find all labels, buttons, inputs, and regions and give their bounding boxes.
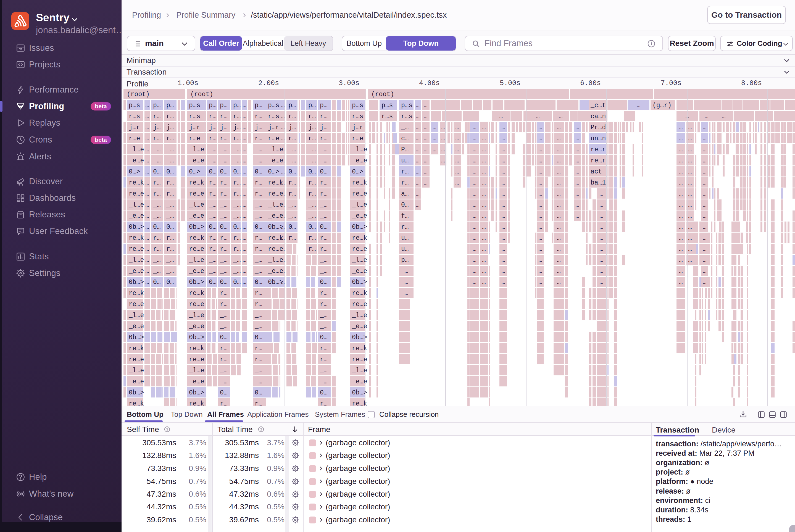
svg-text:_…: _…: [233, 201, 241, 209]
svg-text:…: …: [145, 190, 149, 197]
svg-text:_…: _…: [254, 256, 262, 264]
svg-text:…: …: [145, 246, 149, 253]
svg-text:…: …: [482, 256, 486, 264]
svg-text:r…e: r…e: [268, 135, 279, 142]
svg-text:…: …: [473, 246, 476, 253]
svg-text:Pr…d: Pr…d: [591, 124, 606, 131]
svg-text:_e…e: _e…e: [189, 323, 204, 330]
svg-text:re…k: re…k: [129, 400, 144, 406]
svg-text:…: …: [455, 135, 459, 142]
svg-text:r…: r…: [320, 400, 328, 406]
svg-text:0b…>: 0b…>: [129, 224, 144, 231]
svg-text:re…e: re…e: [129, 246, 144, 253]
svg-text:re…e: re…e: [129, 301, 144, 308]
svg-text:_…: _…: [254, 378, 262, 385]
svg-text:…: …: [145, 179, 149, 187]
svg-text:_…: _…: [153, 157, 161, 164]
svg-text:0…: 0…: [209, 279, 216, 286]
svg-text:0…: 0…: [320, 389, 328, 396]
svg-text:…: …: [243, 190, 246, 197]
svg-text:p…s: p…s: [352, 102, 363, 109]
svg-text:…: …: [473, 224, 476, 231]
svg-text:…: …: [679, 168, 683, 175]
svg-text:re…k: re…k: [352, 400, 367, 406]
svg-text:…: …: [538, 201, 542, 209]
svg-text:…: …: [145, 224, 149, 231]
svg-text:r…: r…: [153, 190, 161, 197]
svg-text:re…k: re…k: [352, 179, 367, 187]
svg-text:0…: 0…: [233, 279, 241, 286]
svg-text:j…: j…: [288, 124, 296, 131]
svg-text:0…: 0…: [166, 279, 174, 286]
svg-text:…: …: [688, 168, 692, 175]
svg-text:…: …: [281, 179, 285, 187]
svg-text:r…: r…: [320, 179, 328, 187]
svg-text:_…: _…: [308, 146, 316, 153]
svg-text:_…: _…: [254, 146, 262, 153]
svg-text:…: …: [482, 246, 486, 253]
svg-text:j…: j…: [308, 124, 316, 131]
svg-text:0…>: 0…>: [352, 168, 363, 175]
svg-text:j…: j…: [209, 124, 216, 131]
svg-text:…: …: [281, 279, 285, 286]
svg-text:re…k: re…k: [189, 345, 204, 352]
svg-text:0b…>: 0b…>: [129, 279, 144, 286]
svg-text:re…k: re…k: [129, 179, 144, 187]
svg-text:0…: 0…: [255, 224, 262, 231]
svg-text:…: …: [473, 201, 476, 209]
svg-text:_…: _…: [320, 323, 328, 330]
svg-text:…: …: [538, 146, 542, 153]
svg-text:…: …: [688, 224, 692, 231]
svg-text:…: …: [441, 135, 445, 142]
svg-text:r…: r…: [220, 234, 228, 242]
svg-text:p…: p…: [209, 102, 216, 109]
svg-text:…: …: [557, 246, 561, 253]
svg-text:r…: r…: [320, 290, 328, 297]
svg-text:_…: _…: [209, 212, 216, 220]
svg-text:…: …: [243, 234, 246, 242]
svg-text:re…k: re…k: [129, 234, 144, 242]
svg-text:0b…>: 0b…>: [189, 224, 204, 231]
svg-text:…: …: [538, 124, 542, 131]
svg-text:…: …: [679, 201, 683, 209]
svg-text:_…: _…: [166, 157, 174, 164]
svg-text:…: …: [536, 113, 540, 120]
svg-text:…: …: [281, 212, 285, 220]
svg-text:…: …: [482, 201, 486, 209]
svg-text:…: …: [501, 168, 505, 175]
svg-text:_e…e: _e…e: [189, 157, 204, 164]
svg-text:…: …: [482, 224, 486, 231]
svg-text:p…: p…: [320, 102, 328, 109]
svg-text:_…: _…: [233, 268, 241, 275]
svg-text:0…: 0…: [320, 168, 328, 175]
svg-text:r…: r…: [220, 135, 228, 142]
svg-text:…: …: [557, 224, 561, 231]
svg-text:…: …: [501, 246, 505, 253]
svg-text:re…e: re…e: [352, 190, 367, 197]
svg-text:…: …: [416, 113, 420, 120]
svg-text:r…: r…: [255, 135, 262, 142]
svg-text:…: …: [416, 102, 420, 109]
svg-text:0…: 0…: [209, 168, 216, 175]
svg-text:j…: j…: [255, 124, 262, 131]
svg-text:…: …: [501, 201, 505, 209]
svg-text:0b…>: 0b…>: [189, 334, 204, 341]
svg-text:r…: r…: [220, 246, 228, 253]
svg-text:r…: r…: [233, 135, 241, 142]
svg-text:…: …: [145, 157, 149, 164]
svg-text:r…: r…: [220, 345, 228, 352]
svg-text:…: …: [538, 279, 542, 286]
svg-text:0…: 0…: [308, 224, 316, 231]
svg-text:0…: 0…: [255, 334, 262, 341]
svg-text:un…n: un…n: [591, 135, 606, 142]
svg-text:_e…e: _e…e: [189, 268, 204, 275]
svg-text:…: …: [679, 190, 683, 197]
svg-text:…: …: [557, 135, 561, 142]
svg-text:…: …: [243, 268, 246, 275]
svg-text:…: …: [243, 168, 246, 175]
svg-text:r…: r…: [308, 135, 316, 142]
svg-text:re…e: re…e: [189, 301, 204, 308]
svg-text:…: …: [538, 179, 542, 187]
svg-text:r…: r…: [153, 234, 161, 242]
svg-text:_…: _…: [320, 201, 328, 209]
